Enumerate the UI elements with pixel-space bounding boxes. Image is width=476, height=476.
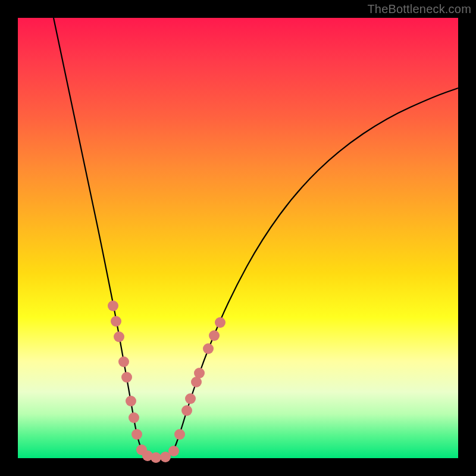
curve-group	[54, 18, 458, 458]
data-marker	[174, 429, 185, 440]
watermark-text: TheBottleneck.com	[367, 2, 471, 16]
chart-svg	[18, 18, 458, 458]
bottleneck-curve	[54, 18, 458, 458]
data-marker	[126, 396, 136, 406]
data-marker	[168, 446, 179, 456]
data-marker	[121, 372, 132, 383]
data-marker	[111, 316, 121, 327]
data-marker	[131, 429, 142, 440]
data-marker	[114, 331, 124, 342]
markers-group	[108, 300, 226, 463]
data-marker	[185, 393, 196, 404]
data-marker	[181, 405, 192, 416]
data-marker	[151, 452, 161, 463]
data-marker	[194, 368, 205, 378]
data-marker	[215, 317, 226, 328]
data-marker	[209, 330, 220, 341]
chart-frame: TheBottleneck.com	[0, 0, 476, 476]
data-marker	[203, 343, 214, 354]
data-marker	[118, 356, 129, 367]
plot-area	[18, 18, 458, 458]
data-marker	[108, 300, 118, 311]
data-marker	[129, 412, 139, 423]
